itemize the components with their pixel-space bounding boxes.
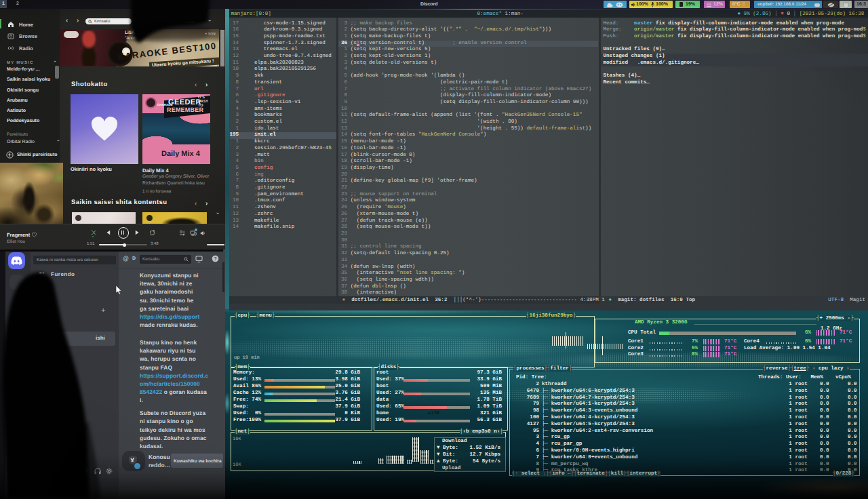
svg-text:?: ? (214, 257, 216, 262)
